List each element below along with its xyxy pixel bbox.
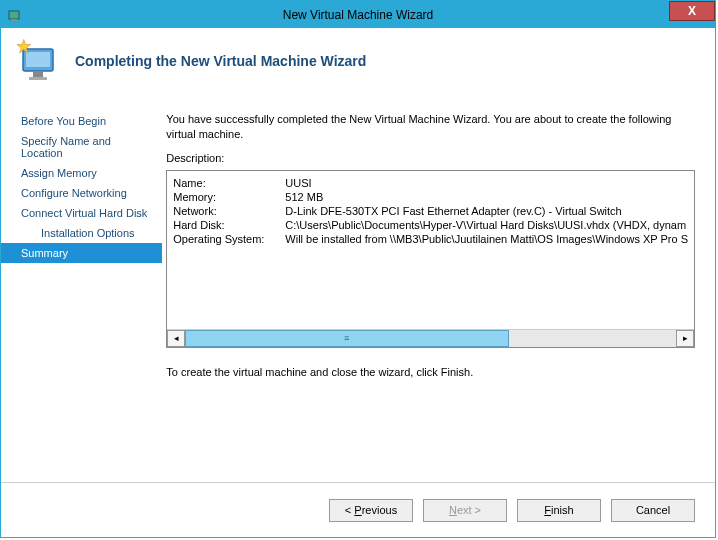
description-label: Description: — [166, 152, 695, 164]
titlebar-title: New Virtual Machine Wizard — [1, 8, 715, 22]
svg-rect-3 — [26, 52, 50, 67]
sidebar-item-connect-virtual-hard-disk[interactable]: Connect Virtual Hard Disk — [1, 203, 162, 223]
summary-row: Name:UUSI — [173, 177, 688, 189]
summary-value: C:\Users\Public\Documents\Hyper-V\Virtua… — [285, 219, 688, 231]
summary-row: Network:D-Link DFE-530TX PCI Fast Ethern… — [173, 205, 688, 217]
finish-note: To create the virtual machine and close … — [166, 366, 695, 378]
wizard-footer: < Previous Next > Finish Cancel — [1, 482, 715, 537]
sidebar-item-summary[interactable]: Summary — [1, 243, 162, 263]
scroll-right-button[interactable]: ▸ — [676, 330, 694, 347]
summary-key: Memory: — [173, 191, 285, 203]
wizard-heading: Completing the New Virtual Machine Wizar… — [75, 53, 366, 69]
summary-row: Memory:512 MB — [173, 191, 688, 203]
sidebar-item-assign-memory[interactable]: Assign Memory — [1, 163, 162, 183]
cancel-button[interactable]: Cancel — [611, 499, 695, 522]
summary-key: Name: — [173, 177, 285, 189]
wizard-header: Completing the New Virtual Machine Wizar… — [1, 28, 715, 95]
summary-value: D-Link DFE-530TX PCI Fast Ethernet Adapt… — [285, 205, 688, 217]
sidebar-item-before-you-begin[interactable]: Before You Begin — [1, 111, 162, 131]
summary-key: Operating System: — [173, 233, 285, 245]
horizontal-scrollbar[interactable]: ◂ ≡ ▸ — [167, 329, 694, 347]
titlebar: New Virtual Machine Wizard X — [1, 1, 715, 28]
summary-row: Operating System:Will be installed from … — [173, 233, 688, 245]
scroll-thumb[interactable]: ≡ — [185, 330, 509, 347]
summary-value: Will be installed from \\MB3\Public\Juut… — [285, 233, 688, 245]
summary-content: Name:UUSIMemory:512 MBNetwork:D-Link DFE… — [167, 171, 694, 329]
summary-key: Network: — [173, 205, 285, 217]
next-button: Next > — [423, 499, 507, 522]
sidebar-item-specify-name-and-location[interactable]: Specify Name and Location — [1, 131, 162, 163]
wizard-main: You have successfully completed the New … — [162, 95, 715, 482]
wizard-header-icon — [15, 37, 63, 85]
sidebar-item-installation-options[interactable]: Installation Options — [1, 223, 162, 243]
close-button[interactable]: X — [669, 1, 715, 21]
wizard-sidebar: Before You BeginSpecify Name and Locatio… — [1, 95, 162, 482]
summary-box: Name:UUSIMemory:512 MBNetwork:D-Link DFE… — [166, 170, 695, 348]
finish-button[interactable]: Finish — [517, 499, 601, 522]
summary-row: Hard Disk:C:\Users\Public\Documents\Hype… — [173, 219, 688, 231]
summary-value: UUSI — [285, 177, 688, 189]
svg-rect-5 — [29, 77, 47, 80]
wizard-body: Before You BeginSpecify Name and Locatio… — [1, 95, 715, 482]
summary-value: 512 MB — [285, 191, 688, 203]
summary-key: Hard Disk: — [173, 219, 285, 231]
wizard-window: New Virtual Machine Wizard X Completing … — [0, 0, 716, 538]
sidebar-item-configure-networking[interactable]: Configure Networking — [1, 183, 162, 203]
scroll-track[interactable]: ≡ — [185, 330, 676, 347]
scroll-left-button[interactable]: ◂ — [167, 330, 185, 347]
previous-button[interactable]: < Previous — [329, 499, 413, 522]
intro-text: You have successfully completed the New … — [166, 112, 695, 142]
